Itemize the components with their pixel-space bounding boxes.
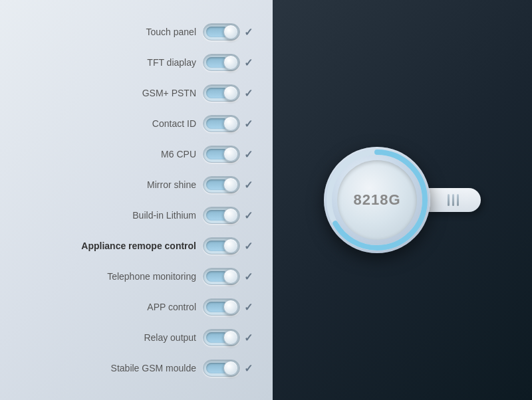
toggle-container[interactable]: ✓ — [203, 237, 253, 254]
check-mark: ✓ — [244, 87, 253, 100]
handle-line-1 — [448, 194, 450, 206]
device-circle: 8218G — [324, 147, 430, 253]
check-mark: ✓ — [244, 148, 253, 161]
toggle-switch[interactable] — [203, 54, 240, 71]
toggle-switch[interactable] — [203, 237, 240, 254]
handle-line-2 — [452, 194, 454, 206]
toggle-container[interactable]: ✓ — [203, 176, 253, 193]
feature-label: Appliance remope control — [76, 241, 196, 251]
feature-row: Touch panel✓ — [76, 17, 253, 47]
toggle-container[interactable]: ✓ — [203, 84, 253, 102]
feature-label: Contact ID — [76, 118, 196, 129]
toggle-switch[interactable] — [203, 23, 240, 41]
toggle-switch[interactable] — [203, 146, 240, 163]
right-panel: 8218G — [273, 0, 532, 400]
check-mark: ✓ — [244, 56, 253, 69]
toggle-knob — [223, 55, 238, 70]
feature-row: Stabile GSM moulde✓ — [76, 353, 253, 383]
check-mark: ✓ — [244, 332, 253, 344]
toggle-knob — [223, 86, 238, 100]
toggle-container[interactable]: ✓ — [203, 54, 253, 71]
toggle-switch[interactable] — [203, 176, 240, 193]
feature-label: Telephone monitoring — [76, 271, 196, 282]
device-ring-svg — [324, 147, 430, 253]
feature-row: M6 CPU✓ — [76, 140, 253, 169]
toggle-switch[interactable] — [203, 298, 240, 316]
feature-row: Appliance remope control✓ — [76, 231, 253, 260]
toggle-container[interactable]: ✓ — [203, 146, 253, 163]
toggle-container[interactable]: ✓ — [203, 268, 253, 285]
handle-line-3 — [457, 194, 459, 206]
feature-label: Touch panel — [76, 27, 196, 37]
toggle-knob — [223, 361, 238, 375]
toggle-knob — [223, 300, 238, 314]
feature-row: APP control✓ — [76, 292, 253, 322]
toggle-knob — [223, 239, 238, 253]
feature-label: APP control — [76, 302, 196, 312]
toggle-knob — [223, 25, 238, 39]
feature-row: Contact ID✓ — [76, 109, 253, 138]
toggle-container[interactable]: ✓ — [203, 23, 253, 41]
toggle-switch[interactable] — [203, 268, 240, 285]
check-mark: ✓ — [244, 118, 253, 130]
toggle-knob — [223, 116, 238, 131]
feature-label: TFT diaplay — [76, 57, 196, 68]
feature-row: Mirror shine✓ — [76, 170, 253, 199]
toggle-container[interactable]: ✓ — [203, 329, 253, 346]
toggle-container[interactable]: ✓ — [203, 359, 253, 377]
check-mark: ✓ — [244, 209, 253, 222]
feature-label: Build-in Lithium — [76, 210, 196, 221]
device-display: 8218G — [324, 147, 481, 253]
device-handle — [428, 188, 481, 212]
feature-row: Telephone monitoring✓ — [76, 262, 253, 291]
toggle-knob — [223, 330, 238, 345]
toggle-switch[interactable] — [203, 359, 240, 377]
check-mark: ✓ — [244, 270, 253, 283]
feature-label: Stabile GSM moulde — [76, 363, 196, 373]
check-mark: ✓ — [244, 26, 253, 39]
check-mark: ✓ — [244, 179, 253, 191]
check-mark: ✓ — [244, 240, 253, 252]
toggle-knob — [223, 208, 238, 223]
feature-label: Mirror shine — [76, 179, 196, 190]
toggle-switch[interactable] — [203, 329, 240, 346]
left-panel: Touch panel✓TFT diaplay✓GSM+ PSTN✓Contac… — [0, 0, 273, 400]
toggle-knob — [223, 177, 238, 192]
feature-row: TFT diaplay✓ — [76, 48, 253, 77]
toggle-switch[interactable] — [203, 84, 240, 102]
feature-row: GSM+ PSTN✓ — [76, 78, 253, 108]
check-mark: ✓ — [244, 301, 253, 314]
toggle-container[interactable]: ✓ — [203, 115, 253, 132]
toggle-switch[interactable] — [203, 207, 240, 224]
feature-row: Build-in Lithium✓ — [76, 201, 253, 230]
check-mark: ✓ — [244, 362, 253, 375]
feature-label: GSM+ PSTN — [76, 88, 196, 98]
feature-label: M6 CPU — [76, 149, 196, 159]
toggle-container[interactable]: ✓ — [203, 298, 253, 316]
feature-label: Relay output — [76, 332, 196, 343]
toggle-switch[interactable] — [203, 115, 240, 132]
toggle-container[interactable]: ✓ — [203, 207, 253, 224]
toggle-knob — [223, 269, 238, 284]
toggle-knob — [223, 147, 238, 161]
feature-row: Relay output✓ — [76, 323, 253, 352]
